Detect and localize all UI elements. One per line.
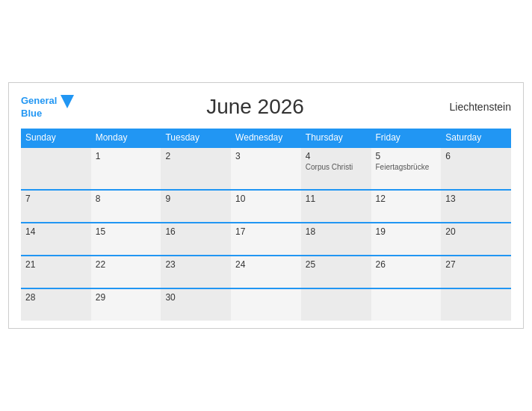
week-row-4: 21222324252627 — [21, 256, 511, 288]
day-number: 20 — [445, 226, 507, 237]
day-cell: 11 — [301, 190, 371, 223]
header-wednesday: Wednesday — [231, 129, 301, 147]
day-number: 4 — [306, 151, 367, 161]
day-cell: 20 — [441, 223, 511, 256]
day-cell: 3 — [231, 147, 301, 190]
day-number: 26 — [376, 259, 437, 270]
day-number: 24 — [235, 259, 297, 270]
day-cell: 23 — [161, 256, 231, 288]
day-number: 27 — [445, 259, 507, 270]
week-row-3: 14151617181920 — [21, 223, 511, 256]
day-number: 6 — [445, 151, 507, 161]
day-cell: 29 — [91, 288, 161, 321]
calendar-grid: Sunday Monday Tuesday Wednesday Thursday… — [21, 129, 511, 321]
calendar-country: Liechtenstein — [436, 101, 511, 113]
header-thursday: Thursday — [301, 129, 371, 147]
day-cell — [371, 288, 442, 321]
day-cell: 26 — [371, 256, 442, 288]
event-label: Corpus Christi — [306, 163, 367, 171]
calendar-header: General Blue June 2026 Liechtenstein — [21, 95, 511, 119]
day-number: 23 — [165, 259, 226, 270]
day-cell: 17 — [231, 223, 301, 256]
day-cell: 19 — [371, 223, 442, 256]
header-sunday: Sunday — [21, 129, 91, 147]
header-tuesday: Tuesday — [161, 129, 231, 147]
day-number: 5 — [376, 151, 437, 161]
day-number: 8 — [96, 194, 157, 204]
day-cell: 22 — [91, 256, 161, 288]
day-cell — [231, 288, 301, 321]
calendar-title: June 2026 — [74, 95, 436, 119]
week-row-2: 78910111213 — [21, 190, 511, 223]
day-cell: 30 — [161, 288, 231, 321]
day-cell: 16 — [161, 223, 231, 256]
day-cell: 15 — [91, 223, 161, 256]
day-number: 25 — [306, 259, 367, 270]
day-cell: 10 — [231, 190, 301, 223]
day-number: 21 — [25, 259, 87, 270]
svg-marker-0 — [61, 95, 74, 108]
day-number: 3 — [235, 151, 297, 161]
day-cell — [21, 147, 91, 190]
day-cell — [301, 288, 371, 321]
day-cell — [441, 288, 511, 321]
day-cell: 25 — [301, 256, 371, 288]
calendar-container: General Blue June 2026 Liechtenstein Sun… — [8, 82, 524, 328]
day-number: 12 — [376, 194, 437, 204]
day-number: 30 — [165, 292, 226, 303]
day-cell: 2 — [161, 147, 231, 190]
day-cell: 18 — [301, 223, 371, 256]
day-cell: 5Feiertagsbrücke — [371, 147, 442, 190]
day-number: 10 — [235, 194, 297, 204]
day-number: 2 — [165, 151, 226, 161]
day-number: 18 — [306, 226, 367, 237]
day-number: 1 — [96, 151, 157, 161]
event-label: Feiertagsbrücke — [376, 163, 437, 171]
day-cell: 12 — [371, 190, 442, 223]
day-cell: 28 — [21, 288, 91, 321]
day-cell: 13 — [441, 190, 511, 223]
logo-flag-icon — [61, 95, 74, 108]
week-row-5: 282930 — [21, 288, 511, 321]
header-saturday: Saturday — [441, 129, 511, 147]
day-number: 15 — [96, 226, 157, 237]
day-number: 11 — [306, 194, 367, 204]
day-cell: 14 — [21, 223, 91, 256]
day-cell: 8 — [91, 190, 161, 223]
weekday-header-row: Sunday Monday Tuesday Wednesday Thursday… — [21, 129, 511, 147]
day-cell: 7 — [21, 190, 91, 223]
day-cell: 27 — [441, 256, 511, 288]
day-cell: 21 — [21, 256, 91, 288]
logo-text: General — [21, 95, 74, 108]
day-cell: 24 — [231, 256, 301, 288]
day-cell: 1 — [91, 147, 161, 190]
day-number: 17 — [235, 226, 297, 237]
day-number: 7 — [25, 194, 87, 204]
header-friday: Friday — [371, 129, 442, 147]
header-monday: Monday — [91, 129, 161, 147]
day-cell: 6 — [441, 147, 511, 190]
week-row-1: 1234Corpus Christi5Feiertagsbrücke6 — [21, 147, 511, 190]
day-number: 16 — [165, 226, 226, 237]
day-number: 9 — [165, 194, 226, 204]
day-number: 14 — [25, 226, 87, 237]
logo-blue-text: Blue — [21, 108, 42, 119]
day-number: 13 — [445, 194, 507, 204]
day-number: 22 — [96, 259, 157, 270]
day-number: 19 — [376, 226, 437, 237]
day-cell: 9 — [161, 190, 231, 223]
logo: General Blue — [21, 95, 74, 119]
day-number: 29 — [96, 292, 157, 303]
day-cell: 4Corpus Christi — [301, 147, 371, 190]
day-number: 28 — [25, 292, 87, 303]
